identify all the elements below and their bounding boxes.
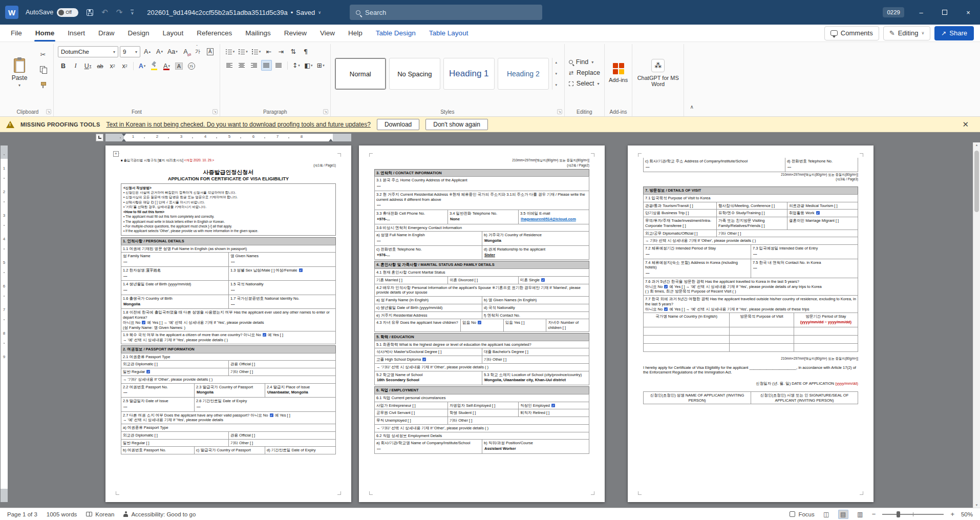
format-painter-button[interactable] (37, 79, 49, 91)
more-styles-icon[interactable]: ▾ (556, 83, 558, 87)
read-mode-button[interactable]: ◫ (821, 510, 832, 519)
line-spacing-button[interactable]: ↕▾ (291, 60, 302, 71)
cut-button[interactable]: ✂ (37, 48, 49, 60)
decrease-indent-button[interactable]: ⇤ (263, 46, 274, 57)
account-badge[interactable]: 0229 (883, 7, 904, 17)
tab-insert[interactable]: Insert (61, 25, 92, 41)
align-center-button[interactable] (237, 60, 247, 71)
paragraph-dialog-launcher[interactable]: ↘ (323, 109, 328, 114)
download-button[interactable]: Download (377, 119, 419, 130)
find-button[interactable]: Find▾ (569, 58, 600, 66)
scrollbar-thumb[interactable] (974, 151, 979, 212)
tab-mailings[interactable]: Mailings (239, 25, 278, 41)
enclose-characters-button[interactable]: 가 (186, 60, 197, 71)
close-button[interactable]: × (956, 0, 980, 25)
tab-review[interactable]: Review (278, 25, 313, 41)
distribute-button[interactable] (273, 60, 284, 71)
save-icon[interactable] (87, 9, 93, 16)
increase-indent-button[interactable]: ⇥ (275, 46, 286, 57)
copy-button[interactable] (37, 64, 49, 76)
word-logo-icon[interactable]: W (5, 6, 18, 19)
bullets-button[interactable]: ▾ (224, 46, 236, 57)
tab-home[interactable]: Home (29, 25, 61, 41)
borders-button[interactable]: ⊞▾ (315, 60, 326, 71)
tab-table-design[interactable]: Table Design (369, 25, 422, 41)
zoom-out-icon[interactable]: − (872, 510, 876, 518)
accessibility-status[interactable]: Accessibility: Good to go (123, 511, 196, 517)
autosave-toggle[interactable]: AutoSave Off (26, 8, 78, 17)
strikethrough-button[interactable]: ab (95, 60, 105, 71)
page-indicator[interactable]: Page 1 of 3 (7, 511, 37, 517)
web-layout-button[interactable]: ▥ (855, 510, 865, 519)
tab-references[interactable]: References (190, 25, 239, 41)
sort-button[interactable]: ⇅ (288, 46, 299, 57)
language-button[interactable]: Korean (86, 511, 114, 517)
superscript-button[interactable]: x2 (119, 60, 130, 71)
show-hide-marks-button[interactable]: ¶ (300, 46, 311, 57)
phonetic-guide-button[interactable]: 가 (193, 47, 203, 57)
style-heading-1[interactable]: Heading 1 (443, 58, 495, 90)
text-effects-button[interactable]: A▾ (137, 60, 147, 71)
scroll-down-icon[interactable]: ▼ (975, 504, 978, 507)
email-link[interactable]: lhagvasuren0514@icloud.com (520, 216, 587, 223)
clear-formatting-button[interactable]: A (180, 47, 191, 57)
document-canvas[interactable]: 123456789 +■ 출입국관리법 시행규칙 [별지 제21호서식] <개정… (0, 142, 980, 508)
document-title[interactable]: 202601_9d1494c2ccf55b2a51adba3511d5c39a … (147, 9, 321, 16)
focus-mode-button[interactable]: Focus (790, 511, 814, 517)
shrink-font-button[interactable]: A▾ (154, 47, 165, 57)
document-page-1[interactable]: +■ 출입국관리법 시행규칙 [별지 제21호서식] <개정 2020. 10.… (105, 145, 351, 502)
shading-button[interactable]: ◧▾ (303, 60, 314, 71)
addins-button[interactable]: Add-ins (609, 46, 628, 99)
styles-dialog-launcher[interactable]: ↘ (557, 109, 562, 114)
close-notification-icon[interactable]: ✕ (957, 120, 974, 129)
share-button[interactable]: ↗Share (934, 26, 974, 40)
align-right-button[interactable] (249, 60, 260, 71)
document-page-3[interactable]: c) 회사/기관/학교 주소 Address of Company/Instit… (628, 145, 874, 502)
customize-qat-icon[interactable]: ∨ (131, 10, 134, 15)
character-border-button[interactable]: A (205, 47, 216, 57)
styles-gallery-scroll[interactable]: ▴▾▾ (552, 58, 560, 90)
undo-icon[interactable]: ↶ (101, 8, 108, 17)
bold-button[interactable]: B (58, 60, 69, 71)
search-input[interactable]: Search (350, 5, 542, 20)
style-normal[interactable]: Normal (335, 58, 386, 90)
multilevel-list-button[interactable]: ▾ (250, 46, 262, 57)
left-indent-marker[interactable] (122, 139, 126, 141)
grow-font-button[interactable]: A▴ (142, 47, 153, 57)
subscript-button[interactable]: x2 (107, 60, 118, 71)
notification-message-link[interactable]: Text in Korean is not being checked. Do … (106, 121, 371, 128)
zoom-in-icon[interactable]: + (950, 510, 954, 518)
justify-button[interactable] (261, 60, 272, 71)
font-dialog-launcher[interactable]: ↘ (212, 109, 218, 114)
dont-show-again-button[interactable]: Don't show again (425, 119, 488, 130)
vertical-ruler[interactable]: 123456789 (0, 142, 8, 508)
zoom-slider-thumb[interactable] (897, 511, 900, 517)
tab-view[interactable]: View (313, 25, 342, 41)
clipboard-dialog-launcher[interactable]: ↘ (46, 109, 51, 114)
select-button[interactable]: Select▾ (569, 80, 600, 87)
italic-button[interactable]: I (70, 60, 81, 71)
comments-button[interactable]: Comments (824, 26, 879, 40)
autosave-switch[interactable]: Off (57, 8, 78, 17)
paste-button[interactable]: Paste ▾ (6, 46, 33, 99)
font-size-select[interactable]: 9▾ (120, 46, 140, 57)
zoom-level[interactable]: 50% (961, 511, 973, 517)
numbering-button[interactable]: ▾ (237, 46, 249, 57)
scroll-up-icon[interactable]: ▴ (556, 60, 558, 65)
collapse-ribbon-icon[interactable]: ∧ (686, 101, 697, 112)
underline-button[interactable]: U▾ (82, 60, 93, 71)
highlight-color-button[interactable]: ▾ (149, 60, 160, 71)
print-layout-button[interactable]: ▤ (838, 510, 848, 519)
minimize-button[interactable]: – (909, 0, 933, 25)
scroll-up-icon[interactable]: ▲ (975, 143, 978, 147)
word-count[interactable]: 1005 words (47, 511, 77, 517)
tab-help[interactable]: Help (342, 25, 369, 41)
align-left-button[interactable] (224, 60, 235, 71)
tab-layout[interactable]: Layout (156, 25, 190, 41)
scroll-down-icon[interactable]: ▾ (556, 72, 558, 76)
replace-button[interactable]: ⇄Replace (569, 69, 600, 76)
document-page-2[interactable]: 210mm×297mm[백상지(80g/m²) 또는 중질지(80g/m²)](… (359, 145, 605, 502)
tab-design[interactable]: Design (121, 25, 156, 41)
table-move-handle-icon[interactable]: + (113, 151, 119, 157)
font-color-button[interactable]: A▾ (161, 60, 172, 71)
